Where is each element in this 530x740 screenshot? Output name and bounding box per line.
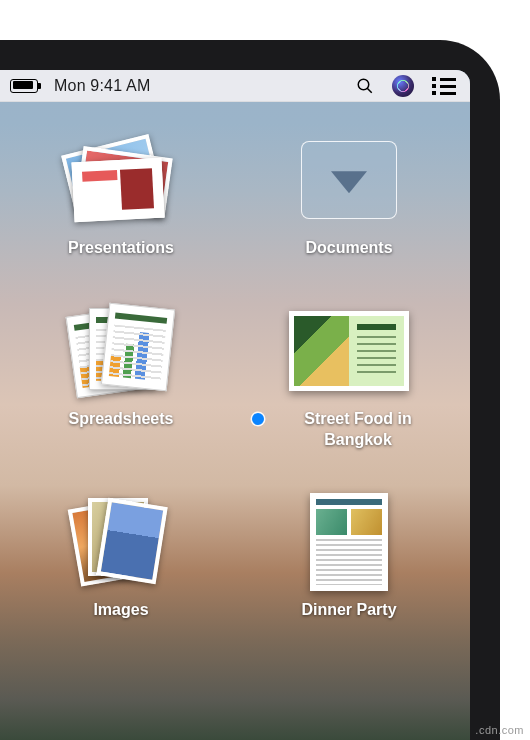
images-icon <box>61 492 181 592</box>
stack-label: Street Food in Bangkok <box>270 409 446 451</box>
spotlight-search-icon[interactable] <box>356 77 374 95</box>
document-thumbnail-icon <box>289 492 409 592</box>
stack-label: Documents <box>305 238 392 259</box>
stack-dinner-party[interactable]: Dinner Party <box>252 492 446 621</box>
menu-bar: Mon 9:41 AM <box>0 70 470 102</box>
notification-center-icon[interactable] <box>432 76 456 95</box>
stack-documents[interactable]: Documents <box>252 130 446 259</box>
svg-point-0 <box>358 79 369 90</box>
stack-street-food-in-bangkok[interactable]: Street Food in Bangkok <box>252 301 446 451</box>
document-thumbnail-icon <box>289 301 409 401</box>
spreadsheets-icon <box>61 301 181 401</box>
stack-spreadsheets[interactable]: Spreadsheets <box>24 301 218 451</box>
stack-label: Presentations <box>68 238 174 259</box>
finder-tag-blue-icon <box>252 413 264 425</box>
stack-label: Dinner Party <box>301 600 396 621</box>
desktop-stacks-grid: Presentations Documents <box>0 130 470 621</box>
desktop-screen: Mon 9:41 AM <box>0 70 470 740</box>
svg-line-1 <box>367 88 372 93</box>
watermark-text: .cdn.com <box>475 724 524 736</box>
device-frame: Mon 9:41 AM <box>0 40 500 740</box>
menubar-clock[interactable]: Mon 9:41 AM <box>54 77 150 95</box>
stack-label: Images <box>93 600 148 621</box>
stack-presentations[interactable]: Presentations <box>24 130 218 259</box>
siri-icon[interactable] <box>392 75 414 97</box>
stack-label: Spreadsheets <box>69 409 174 430</box>
presentations-icon <box>61 130 181 230</box>
documents-folder-icon <box>289 130 409 230</box>
battery-icon[interactable] <box>10 79 38 93</box>
stack-images[interactable]: Images <box>24 492 218 621</box>
